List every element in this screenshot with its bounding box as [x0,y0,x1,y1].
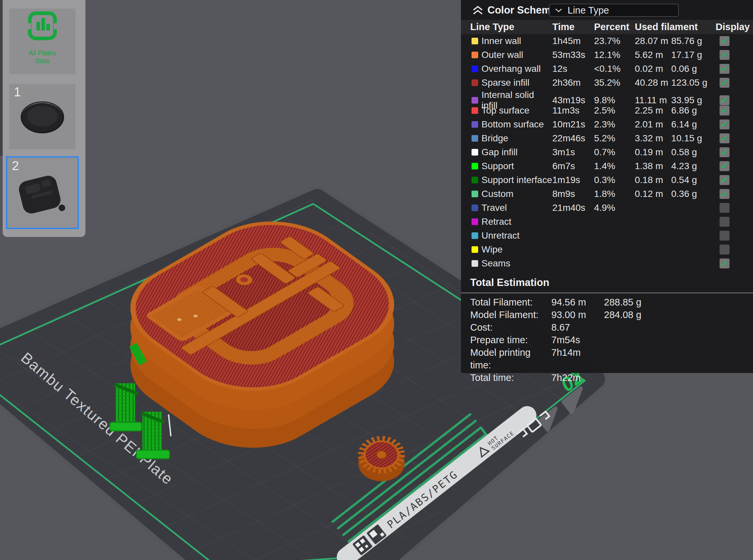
used-filament-m: 0.02 m [635,63,671,74]
line-type-label: Bridge [481,133,552,144]
used-filament-g: 33.95 g [671,95,711,105]
chevron-down-icon [555,8,562,13]
percent-value: 5.2% [594,133,635,144]
percent-value: <0.1% [594,63,635,74]
display-checkbox[interactable]: ✓ [719,175,730,185]
plate-1-number: 1 [14,85,21,99]
display-checkbox[interactable]: ✓ [719,217,730,227]
col-time: Time [552,21,594,33]
estimation-label: Cost: [470,321,551,334]
estimation-value-1: 8.67 [551,321,604,334]
used-filament-g: 17.17 g [671,49,711,60]
table-row: Support interface 1m19s 0.3% 0.18 m 0.54… [461,173,753,187]
sidebar-item-plate-1[interactable]: 1 [9,84,76,149]
used-filament-m: 28.07 m [635,36,671,46]
line-type-label: Travel [481,203,552,213]
display-checkbox[interactable]: ✓ [719,64,730,74]
display-checkbox[interactable]: ✓ [719,119,730,129]
used-filament-g: 10.15 g [671,133,711,144]
check-icon: ✓ [721,119,728,130]
display-checkbox[interactable]: ✓ [719,78,730,88]
col-display: Display [716,21,753,33]
line-type-color-swatch [471,52,478,58]
table-row: Outer wall 53m33s 12.1% 5.62 m 17.17 g ✓ [461,48,753,62]
line-type-color-swatch [471,204,478,211]
sidebar-item-plate-2-selected[interactable]: 2 [6,156,79,229]
line-type-table-header: Line Type Time Percent Used filament Dis… [461,20,753,34]
display-checkbox[interactable]: ✓ [719,161,730,171]
display-checkbox[interactable]: ✓ [719,245,730,255]
line-type-color-swatch [471,218,478,225]
panel-header: Color Scheme Line Type [461,0,753,20]
display-checkbox[interactable]: ✓ [719,36,730,46]
display-checkbox[interactable]: ✓ [719,147,730,157]
sidebar-item-all-plates-stats[interactable]: All Plates Stats [9,8,76,74]
table-row: Support 6m7s 1.4% 1.38 m 4.23 g ✓ [461,159,753,173]
dropdown-value: Line Type [567,5,609,16]
line-type-color-swatch [471,65,478,72]
table-row: Inner wall 1h45m 23.7% 28.07 m 85.76 g ✓ [461,34,753,48]
check-icon: ✓ [721,133,728,144]
display-checkbox[interactable]: ✓ [719,231,730,241]
line-type-color-swatch [471,135,478,142]
collapsed-toolbar-edge [0,0,3,156]
stats-icon [9,8,76,48]
used-filament-m: 40.28 m [635,77,671,88]
display-checkbox[interactable]: ✓ [719,50,730,60]
used-filament-m: 11.11 m [635,95,671,105]
estimation-value-2: 288.85 g [604,296,753,308]
display-checkbox[interactable]: ✓ [719,189,730,199]
line-type-label: Support interface [481,175,552,185]
used-filament-m: 0.12 m [635,189,671,199]
display-checkbox[interactable]: ✓ [719,203,730,213]
percent-value: 4.9% [594,203,635,213]
table-row: Sparse infill 2h36m 35.2% 40.28 m 123.05… [461,76,753,90]
estimation-value-1: 7m54s [551,334,604,346]
line-type-label: Seams [481,258,552,269]
time-value: 21m40s [552,203,594,213]
display-checkbox[interactable]: ✓ [719,95,730,105]
used-filament-g: 4.23 g [671,161,711,172]
total-estimation-section: Total Estimation Total Filament: 94.56 m… [461,277,753,384]
used-filament-m: 2.25 m [635,105,671,116]
table-row: Bottom surface 10m21s 2.3% 2.01 m 6.14 g… [461,118,753,132]
used-filament-m: 1.38 m [635,161,671,172]
line-type-label: Support [481,161,552,172]
check-icon: ✓ [721,78,728,88]
time-value: 12s [552,63,594,74]
used-filament-g: 123.05 g [671,77,711,88]
line-type-color-swatch [471,121,478,128]
estimation-label: Total time: [470,371,551,384]
table-row: Custom 8m9s 1.8% 0.12 m 0.36 g ✓ [461,187,753,201]
table-row: Retract ✓ [461,215,753,229]
line-type-label: Unretract [481,231,552,241]
table-row: Travel 21m40s 4.9% ✓ [461,201,753,215]
display-checkbox[interactable]: ✓ [719,105,730,116]
color-scheme-dropdown[interactable]: Line Type [549,4,679,17]
used-filament-m: 3.32 m [635,133,671,144]
collapse-panel-icon[interactable] [472,5,483,15]
used-filament-m: 0.18 m [635,175,671,185]
plate-list-sidebar: All Plates Stats 1 2 [3,0,85,237]
table-row: Internal solid infill 43m19s 9.8% 11.11 … [461,90,753,104]
table-row: Unretract ✓ [461,229,753,243]
estimation-value-1: 94.56 m [551,296,604,308]
display-checkbox[interactable]: ✓ [719,133,730,143]
percent-value: 12.1% [594,49,635,60]
line-type-label: Top surface [481,105,552,116]
time-value: 2h36m [552,77,594,88]
percent-value: 2.3% [594,119,635,130]
color-scheme-panel: Color Scheme Line Type Line Type Time Pe… [461,0,753,373]
estimation-value-1: 7h22m [551,371,604,384]
percent-value: 23.7% [594,36,635,46]
used-filament-m: 5.62 m [635,49,671,60]
percent-value: 0.7% [594,147,635,158]
line-type-table: Inner wall 1h45m 23.7% 28.07 m 85.76 g ✓… [461,34,753,271]
line-type-label: Sparse infill [481,77,552,88]
estimation-value-1: 93.00 m [551,308,604,321]
used-filament-m: 0.19 m [635,147,671,158]
table-row: Seams ✓ [461,257,753,271]
line-type-color-swatch [471,79,478,86]
display-checkbox[interactable]: ✓ [719,259,730,268]
estimation-label: Model Filament: [470,308,551,321]
